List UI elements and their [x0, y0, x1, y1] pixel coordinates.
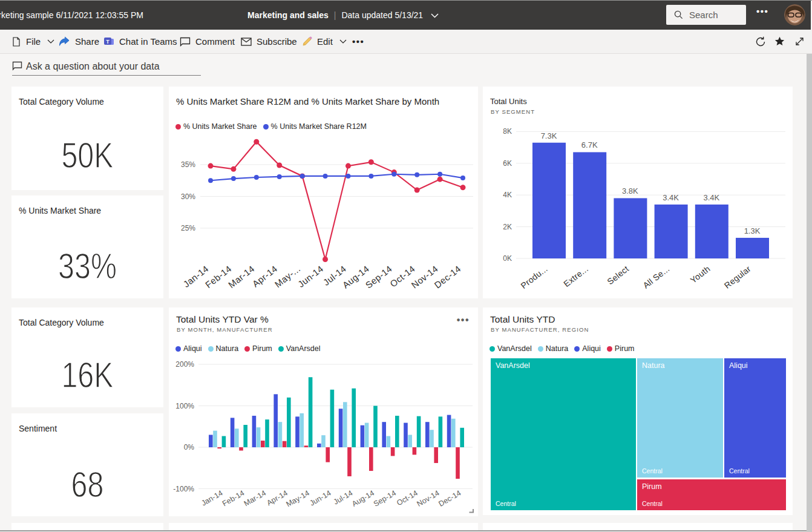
svg-text:May-14: May-14 — [285, 488, 311, 508]
svg-text:May-...: May-... — [273, 263, 303, 289]
svg-text:30%: 30% — [181, 192, 195, 201]
svg-text:Sep-14: Sep-14 — [364, 263, 394, 291]
svg-text:3.4K: 3.4K — [663, 193, 679, 202]
svg-text:100%: 100% — [175, 402, 194, 410]
svg-text:Jan-14: Jan-14 — [200, 488, 224, 507]
svg-text:-100%: -100% — [173, 485, 194, 493]
svg-text:25%: 25% — [181, 224, 195, 232]
svg-text:0%: 0% — [184, 443, 195, 452]
svg-text:Jul-14: Jul-14 — [332, 488, 355, 506]
svg-text:3.4K: 3.4K — [703, 193, 719, 202]
svg-text:7.3K: 7.3K — [541, 131, 557, 140]
svg-text:Jun-14: Jun-14 — [296, 263, 326, 289]
svg-text:Mar-14: Mar-14 — [226, 263, 257, 290]
svg-text:Dec-14: Dec-14 — [432, 263, 462, 291]
svg-text:Aug-14: Aug-14 — [350, 488, 376, 508]
svg-text:8K: 8K — [503, 127, 512, 136]
svg-text:Select: Select — [605, 264, 630, 287]
svg-text:Apr-14: Apr-14 — [265, 488, 289, 507]
svg-text:Regular: Regular — [722, 264, 753, 291]
svg-text:Nov-14: Nov-14 — [416, 488, 441, 508]
svg-text:6.7K: 6.7K — [581, 140, 598, 149]
svg-text:Extre...: Extre... — [562, 264, 590, 289]
svg-text:Sep-14: Sep-14 — [372, 488, 398, 508]
svg-text:Produ...: Produ... — [519, 264, 549, 291]
svg-text:2K: 2K — [503, 223, 512, 231]
svg-text:Jun-14: Jun-14 — [308, 488, 332, 507]
svg-text:6K: 6K — [503, 159, 512, 168]
svg-text:200%: 200% — [175, 360, 194, 369]
svg-text:0K: 0K — [503, 254, 512, 263]
svg-text:35%: 35% — [181, 160, 195, 169]
svg-text:Oct-14: Oct-14 — [395, 488, 419, 507]
svg-text:Feb-14: Feb-14 — [221, 488, 246, 508]
svg-text:Mar-14: Mar-14 — [243, 488, 267, 508]
svg-text:Dec-14: Dec-14 — [437, 488, 462, 508]
svg-text:4K: 4K — [503, 191, 512, 199]
svg-text:3.8K: 3.8K — [622, 186, 638, 195]
svg-text:Youth: Youth — [689, 264, 712, 285]
svg-text:1.3K: 1.3K — [744, 226, 761, 235]
svg-text:All Se...: All Se... — [641, 264, 671, 291]
svg-text:T: T — [106, 38, 110, 44]
